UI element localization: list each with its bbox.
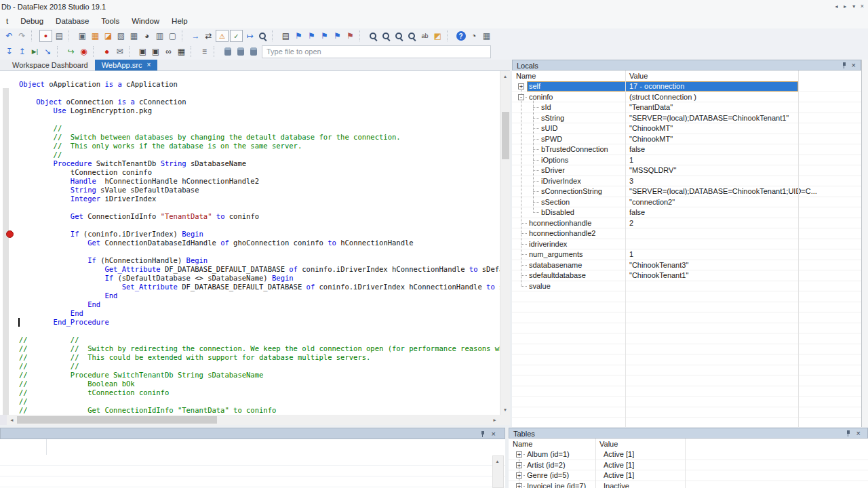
locals-row[interactable]: +self17 - oconnection	[512, 81, 861, 92]
code-line[interactable]: // //	[0, 362, 510, 371]
scroll-right-icon[interactable]: ►	[843, 4, 848, 9]
resource-monitor-icon[interactable]: ◔	[467, 30, 480, 42]
tables-row[interactable]: +Genre (id=5)Active [1]	[509, 470, 868, 481]
code-line[interactable]: //	[0, 150, 510, 159]
column-divider[interactable]	[595, 439, 596, 449]
database-connect-icon[interactable]	[234, 45, 247, 58]
breakpoint-marker[interactable]	[6, 230, 14, 238]
expand-toggle-icon[interactable]: +	[516, 483, 522, 488]
call-stack-window-icon[interactable]: ▦	[175, 45, 188, 58]
column-divider[interactable]	[685, 439, 686, 449]
stop-debugging-icon[interactable]: ◉	[77, 45, 90, 58]
redo-icon[interactable]: ↷	[16, 30, 28, 42]
code-line[interactable]	[0, 115, 510, 124]
locals-row[interactable]: sUID"ChinookMT"	[512, 123, 861, 134]
next-bookmark-group-icon[interactable]: ⚑	[331, 30, 344, 42]
pie-chart-icon[interactable]: ◕	[140, 30, 153, 42]
locals-row[interactable]: idriverindex	[512, 239, 861, 250]
code-line[interactable]: Procedure SwitchTenantDb String sDatabas…	[0, 159, 510, 168]
code-line[interactable]: Use LoginEncryption.pkg	[0, 106, 510, 115]
previous-bookmark-group-icon[interactable]: ⚑	[292, 30, 305, 42]
code-line[interactable]	[0, 327, 510, 336]
code-line[interactable]: End	[0, 291, 510, 300]
object-browser-icon[interactable]: ▧	[115, 30, 127, 42]
column-divider[interactable]	[625, 70, 626, 81]
database-builder-icon[interactable]: ▥	[153, 30, 166, 42]
expand-toggle-icon[interactable]: +	[516, 462, 522, 468]
start-debugging-icon[interactable]: ↪	[64, 45, 77, 58]
code-line[interactable]: // //	[0, 336, 510, 344]
code-line[interactable]: Get ConnectionIdInfo "TenantData" to con…	[0, 212, 510, 221]
locals-row[interactable]: iOptions1	[512, 155, 861, 166]
locals-window-icon[interactable]: ▣	[136, 45, 149, 58]
locals-row[interactable]: iDriverIndex3	[512, 176, 861, 187]
code-line[interactable]: // Switch between databases by changing …	[0, 133, 510, 142]
copy-properties-icon[interactable]: ▣	[76, 30, 89, 42]
close-icon[interactable]: ×	[852, 61, 856, 70]
scroll-up-arrow-icon[interactable]: ▲	[493, 456, 502, 466]
code-editor[interactable]: Object oApplication is a cApplication Ob…	[0, 71, 510, 415]
code-line[interactable]	[0, 203, 510, 212]
code-line[interactable]	[0, 247, 510, 256]
locals-row[interactable]: sDriver"MSSQLDRV"	[512, 165, 861, 176]
find-in-files-icon[interactable]	[406, 30, 418, 42]
output-window-icon[interactable]: ▤	[279, 30, 292, 42]
locals-row[interactable]: num_arguments1	[512, 249, 861, 260]
locals-row[interactable]: sString"SERVER=(local);DATABASE=ChinookT…	[512, 113, 861, 124]
code-line[interactable]: // // This could be extended with suppor…	[0, 353, 510, 362]
compare-files-icon[interactable]: ⇄	[202, 30, 215, 42]
right-dock-strip[interactable]	[861, 60, 868, 427]
database-explorer-icon[interactable]	[221, 45, 234, 58]
scroll-left-arrow-icon[interactable]: ◄	[7, 415, 17, 425]
code-line[interactable]: If (sDefaultDatabase <> sDatabaseName) B…	[0, 274, 510, 283]
code-line[interactable]: Object oConnection is a cConnection	[0, 98, 510, 106]
breakpoints-window-icon[interactable]: ✉	[113, 45, 126, 58]
call-stack-list-icon[interactable]: ≡	[198, 45, 211, 58]
watches-window-icon[interactable]: ∞	[162, 45, 175, 58]
locals-row[interactable]: bTrustedConnectionfalse	[512, 144, 861, 155]
code-line[interactable]: Get_Attribute DF_DATABASE_DEFAULT_DATABA…	[0, 265, 510, 274]
bottom-panel-scrollbar[interactable]: ▲	[492, 455, 504, 488]
code-line[interactable]: String sValue sDefaultDatabase	[0, 186, 510, 195]
locals-row[interactable]: hconnectionhandle2	[512, 228, 861, 239]
error-list-icon[interactable]: ⚠	[216, 30, 229, 42]
code-line[interactable]: End_Procedure	[0, 318, 510, 327]
tab-webapp-src[interactable]: WebApp.src×	[95, 60, 158, 70]
locals-row[interactable]: sdatabasename"ChinookTenant3"	[512, 260, 861, 271]
goto-definition-icon[interactable]: →	[189, 30, 202, 42]
pin-icon[interactable]	[480, 431, 486, 438]
next-bookmark-icon[interactable]: ⚑	[318, 30, 331, 42]
horizontal-scrollbar[interactable]: ◄ ►	[0, 415, 510, 425]
previous-bookmark-icon[interactable]: ⚑	[305, 30, 318, 42]
locals-row[interactable]: sdefaultdatabase"ChinookTenant1"	[512, 270, 861, 281]
tables-row[interactable]: +InvoiceLine (id=7)Inactive	[509, 481, 868, 488]
code-line[interactable]: // Procedure SwitchTenantDb String sData…	[0, 371, 510, 380]
code-line[interactable]: //	[0, 124, 510, 133]
dataflex-studio-icon[interactable]: ▦	[89, 30, 102, 42]
tab-close-icon[interactable]: ×	[146, 62, 151, 68]
code-line[interactable]: // // Switch by redirecting the connecti…	[0, 344, 510, 353]
locals-row[interactable]: -coninfo(struct tConnection )	[512, 92, 861, 103]
find-icon[interactable]	[367, 30, 380, 42]
tab-list-dropdown-icon[interactable]: ▼	[852, 4, 856, 9]
todo-list-icon[interactable]: ✓	[230, 30, 243, 42]
code-line[interactable]: Object oApplication is a cApplication	[0, 80, 510, 89]
expand-toggle-icon[interactable]: +	[516, 472, 522, 479]
help-icon[interactable]: ?	[454, 30, 467, 42]
undo-icon[interactable]: ↶	[3, 30, 16, 42]
step-over-icon[interactable]: ↧	[3, 45, 16, 58]
expand-toggle-icon[interactable]: +	[516, 451, 522, 458]
column-divider[interactable]	[798, 70, 799, 81]
code-line[interactable]: Set_Attribute DF_DATABASE_DEFAULT_DATABA…	[0, 283, 510, 291]
database-sync-icon[interactable]	[247, 45, 260, 58]
locals-row[interactable]: bDisabledfalse	[512, 207, 861, 218]
pin-icon[interactable]	[842, 62, 847, 69]
find-next-icon[interactable]	[393, 30, 406, 42]
close-icon[interactable]: ×	[492, 430, 496, 439]
vertical-scroll-thumb[interactable]	[502, 112, 509, 159]
column-header-name[interactable]: Name	[516, 72, 536, 80]
toggle-breakpoint-icon[interactable]: ●	[100, 45, 113, 58]
menu-window[interactable]: Window	[125, 15, 165, 27]
close-icon[interactable]: ×	[856, 429, 861, 438]
code-line[interactable]: Handle hConnectionHandle hConnectionHand…	[0, 177, 510, 186]
